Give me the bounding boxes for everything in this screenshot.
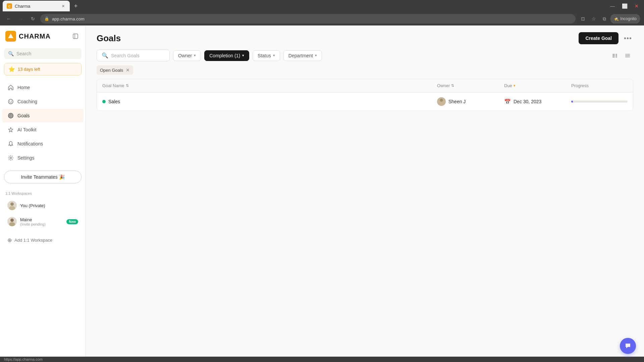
svg-rect-18 — [612, 57, 615, 57]
department-filter-label: Department — [288, 53, 313, 58]
trial-label: 13 days left — [18, 67, 40, 72]
due-date: Dec 30, 2023 — [514, 99, 541, 104]
sidebar-item-coaching[interactable]: Coaching — [2, 95, 84, 108]
header-actions: Create Goal ••• — [579, 32, 633, 44]
search-goals-input[interactable] — [111, 53, 165, 58]
ai-toolkit-icon — [7, 126, 14, 133]
browser-minimize[interactable]: — — [608, 1, 617, 11]
chat-button[interactable] — [620, 338, 636, 354]
svg-rect-24 — [625, 57, 630, 57]
invite-teammates-button[interactable]: Invite Teammates 🎉 — [4, 171, 82, 183]
svg-point-5 — [8, 99, 13, 104]
status-bar: https://app.charma.com — [0, 357, 644, 362]
address-text: app.charma.com — [52, 16, 85, 21]
settings-icon — [7, 155, 14, 161]
more-options-button[interactable]: ••• — [623, 33, 633, 44]
incognito-badge: 🕵 Incognito — [610, 14, 640, 23]
create-goal-button[interactable]: Create Goal — [579, 32, 619, 44]
sidebar-item-settings[interactable]: Settings — [2, 151, 84, 165]
collapse-sidebar-button[interactable] — [71, 32, 80, 41]
svg-point-25 — [440, 99, 443, 102]
sidebar-header: CHARMA — [0, 25, 86, 47]
browser-close[interactable]: ✕ — [632, 1, 641, 11]
due-sort-icon[interactable]: ▾ — [514, 83, 516, 88]
svg-rect-23 — [625, 55, 630, 56]
open-goals-tag-label: Open Goals — [100, 68, 123, 73]
browser-chrome: C Charma ✕ + — ⬜ ✕ ← → ↻ 🔒 app.charma.co… — [0, 0, 644, 25]
bookmark-icon[interactable]: ☆ — [589, 14, 598, 23]
svg-point-10 — [10, 115, 11, 116]
workspace-maine-avatar — [7, 217, 17, 226]
add-workspace-button[interactable]: ⊕ Add 1:1 Workspace — [4, 234, 82, 246]
completion-filter-label: Completion (1) — [209, 53, 240, 58]
search-goals-filter[interactable]: 🔍 — [97, 50, 170, 61]
col-goal-name: Goal Name ⇅ — [97, 79, 432, 92]
svg-rect-19 — [615, 54, 617, 55]
svg-rect-20 — [615, 55, 617, 56]
forward-button[interactable]: → — [16, 14, 25, 23]
search-box[interactable]: 🔍 — [4, 48, 82, 59]
workspace-maine-badge: New — [66, 219, 78, 224]
open-goals-remove-button[interactable]: ✕ — [126, 67, 130, 73]
filters-bar: 🔍 Owner ▾ Completion (1) ▾ Status ▾ Depa… — [86, 50, 644, 65]
tab-title: Charma — [15, 4, 30, 9]
sidebar-item-notifications[interactable]: Notifications — [2, 137, 84, 150]
list-view-button[interactable] — [609, 50, 621, 61]
sidebar-item-goals-label: Goals — [17, 113, 30, 118]
home-icon — [7, 84, 14, 91]
owner-sort-icon[interactable]: ⇅ — [451, 83, 454, 88]
open-goals-filter-tag: Open Goals ✕ — [97, 65, 133, 75]
sidebar-item-settings-label: Settings — [17, 155, 35, 161]
table-row[interactable]: Sales Sheen J 📅 Dec 30, 2023 — [97, 93, 633, 111]
sidebar-item-home-label: Home — [17, 85, 30, 90]
logo: CHARMA — [5, 31, 51, 42]
search-icon: 🔍 — [8, 51, 14, 56]
new-tab-button[interactable]: + — [71, 1, 80, 11]
browser-tab-active[interactable]: C Charma ✕ — [3, 1, 70, 11]
workspace-private[interactable]: You (Private) — [5, 198, 80, 213]
browser-maximize[interactable]: ⬜ — [620, 1, 629, 11]
col-due-label: Due — [504, 83, 512, 88]
logo-text: CHARMA — [19, 33, 51, 40]
status-filter-chevron: ▾ — [273, 53, 275, 58]
workspace-private-avatar — [7, 201, 17, 210]
search-filter-icon: 🔍 — [102, 52, 108, 59]
status-filter-button[interactable]: Status ▾ — [253, 50, 280, 61]
coaching-icon — [7, 98, 14, 105]
svg-point-11 — [10, 157, 12, 159]
main-content: Goals Create Goal ••• 🔍 Owner ▾ Completi… — [86, 25, 644, 357]
goals-table: Goal Name ⇅ Owner ⇅ Due ▾ Progress — [86, 79, 644, 357]
sidebar-item-goals[interactable]: Goals — [2, 109, 84, 122]
page-header: Goals Create Goal ••• — [86, 25, 644, 50]
col-progress: Progress — [566, 79, 633, 92]
extension-icon[interactable]: ⧉ — [600, 14, 609, 23]
goal-name-sort-icon[interactable]: ⇅ — [126, 83, 129, 88]
search-input[interactable] — [16, 51, 77, 56]
tab-close-button[interactable]: ✕ — [60, 3, 66, 9]
add-workspace-icon: ⊕ — [7, 237, 12, 243]
reload-button[interactable]: ↻ — [28, 14, 38, 23]
department-filter-button[interactable]: Department ▾ — [283, 50, 322, 61]
nav-section: Home Coaching Goals AI Toolkit — [0, 79, 86, 167]
col-due: Due ▾ — [499, 79, 566, 92]
address-bar[interactable]: 🔒 app.charma.com — [40, 14, 576, 23]
grid-view-button[interactable] — [622, 50, 633, 61]
svg-marker-2 — [8, 34, 13, 38]
progress-cell — [566, 93, 633, 111]
svg-rect-22 — [625, 54, 630, 55]
toolbar-icons: ⊡ ☆ ⧉ 🕵 Incognito — [578, 14, 640, 23]
owner-avatar — [437, 97, 446, 106]
back-button[interactable]: ← — [4, 14, 13, 23]
workspace-section: 1:1 Workspaces You (Private) Maine (Invi… — [0, 187, 86, 232]
workspace-maine[interactable]: Maine (Invite pending) New — [5, 214, 80, 229]
department-filter-chevron: ▾ — [315, 53, 317, 58]
owner-filter-button[interactable]: Owner ▾ — [173, 50, 201, 61]
workspace-maine-info: Maine (Invite pending) — [20, 217, 63, 226]
cast-icon[interactable]: ⊡ — [578, 14, 588, 23]
incognito-label: Incognito — [620, 16, 637, 21]
status-filter-label: Status — [258, 53, 271, 58]
completion-filter-button[interactable]: Completion (1) ▾ — [204, 50, 249, 61]
page-title: Goals — [97, 33, 121, 44]
sidebar-item-ai-toolkit[interactable]: AI Toolkit — [2, 123, 84, 136]
sidebar-item-home[interactable]: Home — [2, 81, 84, 94]
